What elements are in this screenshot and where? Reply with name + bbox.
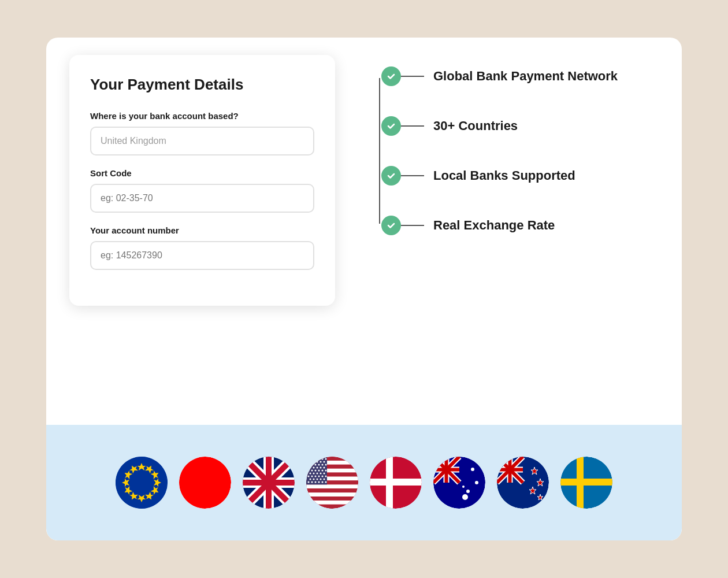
- feature-item-local-banks: Local Banks Supported: [381, 166, 659, 186]
- flag-au: [433, 457, 485, 509]
- svg-rect-36: [306, 492, 358, 497]
- svg-point-51: [324, 461, 325, 463]
- svg-point-107: [475, 481, 478, 484]
- flag-dk: [370, 457, 422, 509]
- svg-point-72: [320, 473, 322, 475]
- check-icon-exchange-rate: [381, 216, 401, 235]
- bank-location-input[interactable]: [90, 127, 314, 155]
- svg-rect-38: [306, 501, 358, 505]
- svg-point-54: [315, 464, 317, 466]
- svg-point-44: [318, 458, 320, 460]
- features-timeline: Global Bank Payment Network 30+ Countrie…: [370, 66, 659, 235]
- svg-point-47: [310, 461, 311, 463]
- feature-item-exchange-rate: Real Exchange Rate: [381, 216, 659, 235]
- feature-item-global-network: Global Bank Payment Network: [381, 66, 659, 86]
- svg-point-80: [310, 479, 311, 480]
- account-number-field-group: Your account number: [90, 225, 314, 270]
- flags-section: [46, 425, 682, 540]
- svg-point-68: [325, 470, 327, 472]
- svg-point-64: [311, 470, 313, 472]
- svg-point-87: [315, 481, 317, 483]
- feature-line-local-banks: [401, 175, 424, 176]
- feature-text-countries: 30+ Countries: [433, 118, 518, 134]
- svg-point-59: [313, 467, 315, 469]
- top-section: Your Payment Details Where is your bank …: [46, 38, 682, 425]
- flag-uk: [243, 457, 295, 509]
- svg-point-110: [462, 494, 468, 500]
- bank-location-field-group: Where is your bank account based?: [90, 111, 314, 155]
- feature-line-countries: [401, 125, 424, 127]
- svg-point-43: [315, 458, 317, 460]
- svg-point-70: [313, 473, 315, 475]
- svg-rect-28: [306, 461, 358, 465]
- feature-text-local-banks: Local Banks Supported: [433, 168, 575, 183]
- svg-point-57: [325, 464, 327, 466]
- svg-rect-35: [306, 488, 358, 492]
- svg-point-109: [462, 486, 465, 488]
- svg-point-88: [318, 481, 320, 483]
- payment-form-panel: Your Payment Details Where is your bank …: [69, 55, 335, 306]
- account-number-label: Your account number: [90, 225, 314, 235]
- svg-point-49: [317, 461, 318, 463]
- svg-point-48: [313, 461, 315, 463]
- svg-rect-37: [306, 497, 358, 501]
- svg-point-53: [311, 464, 313, 466]
- flag-nz: [497, 457, 549, 509]
- svg-point-73: [324, 473, 325, 475]
- svg-point-75: [311, 476, 313, 477]
- feature-text-global-network: Global Bank Payment Network: [433, 69, 618, 84]
- feature-line-exchange-rate: [401, 225, 424, 226]
- svg-point-106: [471, 468, 474, 471]
- svg-rect-27: [306, 457, 358, 461]
- svg-point-84: [324, 479, 325, 480]
- svg-point-85: [308, 481, 310, 483]
- svg-point-77: [318, 476, 320, 477]
- flag-se: [560, 457, 612, 509]
- account-number-input[interactable]: [90, 241, 314, 270]
- flag-us: [306, 457, 358, 509]
- svg-point-82: [317, 479, 318, 480]
- svg-point-74: [308, 476, 310, 477]
- svg-point-90: [325, 481, 327, 483]
- svg-point-62: [324, 467, 325, 469]
- svg-point-79: [325, 476, 327, 477]
- bank-location-label: Where is your bank account based?: [90, 111, 314, 121]
- form-title: Your Payment Details: [90, 76, 314, 94]
- features-panel: Global Bank Payment Network 30+ Countrie…: [335, 38, 682, 425]
- svg-point-46: [325, 458, 327, 460]
- main-card: Your Payment Details Where is your bank …: [46, 38, 682, 540]
- svg-point-60: [317, 467, 318, 469]
- svg-point-69: [310, 473, 311, 475]
- svg-point-81: [313, 479, 315, 480]
- svg-rect-94: [370, 479, 422, 486]
- svg-point-108: [466, 490, 470, 493]
- svg-point-78: [322, 476, 324, 477]
- svg-point-56: [322, 464, 324, 466]
- svg-rect-129: [560, 479, 612, 486]
- svg-point-65: [315, 470, 317, 472]
- svg-point-89: [322, 481, 324, 483]
- svg-point-83: [320, 479, 322, 480]
- svg-rect-39: [306, 505, 358, 509]
- feature-line-global-network: [401, 76, 424, 77]
- svg-point-41: [308, 458, 310, 460]
- flag-ca: [179, 457, 231, 509]
- svg-point-52: [308, 464, 310, 466]
- svg-point-61: [320, 467, 322, 469]
- svg-point-66: [318, 470, 320, 472]
- check-icon-local-banks: [381, 166, 401, 186]
- feature-item-countries: 30+ Countries: [381, 116, 659, 136]
- svg-point-55: [318, 464, 320, 466]
- svg-rect-14: [203, 489, 207, 497]
- svg-point-76: [315, 476, 317, 477]
- check-icon-countries: [381, 116, 401, 136]
- sort-code-label: Sort Code: [90, 168, 314, 178]
- svg-point-42: [311, 458, 313, 460]
- sort-code-input[interactable]: [90, 184, 314, 213]
- svg-point-50: [320, 461, 322, 463]
- svg-rect-34: [306, 484, 358, 488]
- flag-eu: [116, 457, 168, 509]
- svg-point-71: [317, 473, 318, 475]
- check-icon-global-network: [381, 66, 401, 86]
- svg-point-58: [310, 467, 311, 469]
